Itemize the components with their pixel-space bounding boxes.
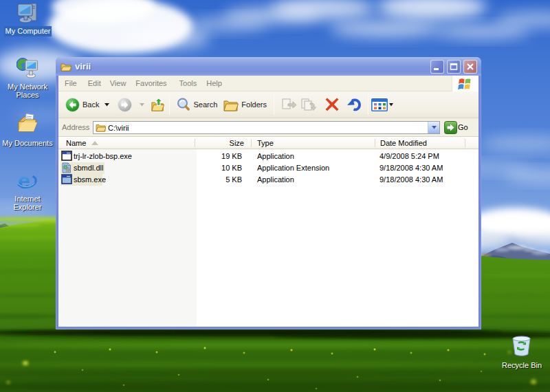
svg-text:e: e (18, 170, 30, 192)
